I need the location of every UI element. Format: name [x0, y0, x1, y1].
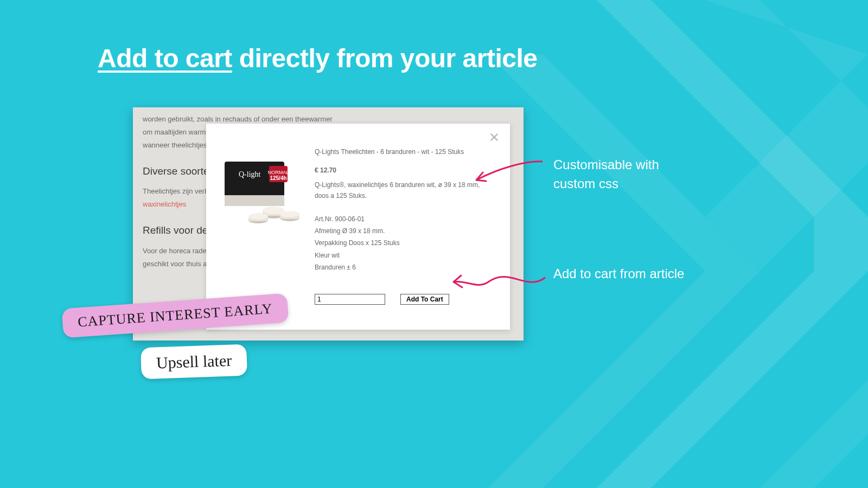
modal-actions: Add To Cart [315, 294, 449, 305]
svg-text:Q-light: Q-light [239, 170, 261, 178]
product-spec: Kleur wit [315, 250, 494, 261]
decor-chevrons [488, 0, 868, 488]
title-rest: directly from your article [232, 44, 538, 73]
product-price: € 12.70 [315, 165, 494, 176]
article-link[interactable]: waxinelichtjes [143, 200, 186, 208]
product-spec: Art.Nr. 900-06-01 [315, 214, 494, 224]
marketing-slide: Add to cart directly from your article w… [0, 0, 868, 488]
callout-add-to-cart: Add to cart from article [553, 265, 694, 284]
title-underline: Add to cart [98, 44, 232, 73]
callout-custom-css: Customisable with custom css [553, 156, 694, 194]
product-spec: Branduren ± 6 [315, 262, 494, 273]
svg-point-19 [248, 213, 268, 220]
page-title: Add to cart directly from your article [98, 43, 538, 73]
product-details: Q-Lights Theelichten - 6 branduren - wit… [315, 146, 494, 274]
product-image: NORMAL 125/4h Q-light [215, 156, 302, 227]
add-to-cart-button[interactable]: Add To Cart [400, 294, 449, 305]
product-spec: Verpakking Doos x 125 Stuks [315, 237, 494, 248]
sticker-upsell-later: Upsell later [141, 344, 247, 380]
svg-text:125/4h: 125/4h [270, 175, 286, 181]
quantity-input[interactable] [315, 294, 385, 305]
svg-text:NORMAL: NORMAL [268, 170, 289, 175]
svg-point-16 [280, 211, 299, 217]
svg-rect-6 [225, 195, 284, 206]
close-icon[interactable] [488, 131, 500, 143]
product-title: Q-Lights Theelichten - 6 branduren - wit… [315, 146, 494, 157]
product-description: Q-Lights®, waxinelichtjes 6 branduren wi… [315, 179, 494, 202]
product-spec: Afmeting Ø 39 x 18 mm. [315, 226, 494, 236]
